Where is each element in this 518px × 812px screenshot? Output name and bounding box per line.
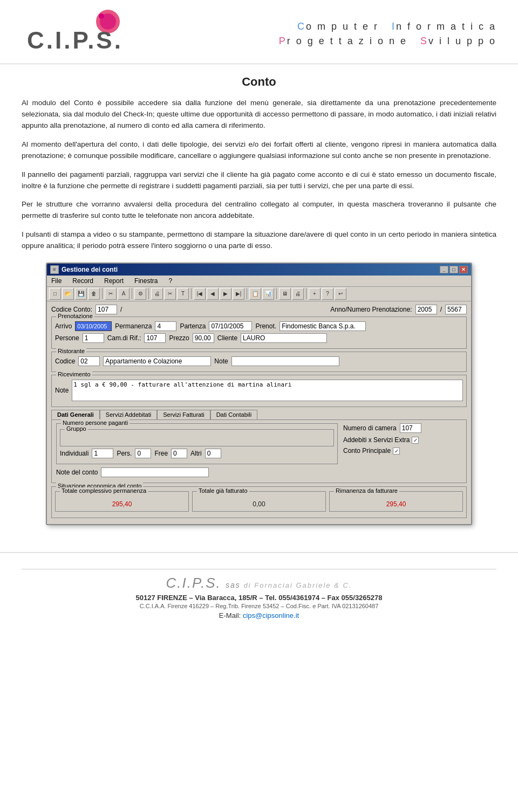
note-conto-row: Note del conto (56, 467, 338, 477)
cliente-input[interactable] (241, 333, 327, 343)
gruppo-title: Gruppo (65, 425, 88, 432)
maximize-button[interactable]: □ (449, 266, 458, 273)
toolbar-add[interactable]: + (309, 288, 321, 300)
paragraph-3: Il pannello dei pagamenti parziali, ragg… (22, 169, 496, 192)
arrivo-label: Arrivo (55, 322, 72, 330)
toolbar-print[interactable]: 🖨 (292, 288, 304, 300)
tab-servizi-addebitati[interactable]: Servizi Addebitati (100, 410, 157, 419)
toolbar-sep-7 (306, 288, 306, 299)
cam-rif-input[interactable] (144, 333, 166, 343)
numero-prenotazione-input[interactable] (445, 305, 467, 314)
totale-fatt-title: Totale già fatturato (197, 487, 249, 494)
ristorante-group: Ristorante Codice Note (51, 352, 467, 372)
ricevimento-row: Note 1 sgl a € 90,00 - fatturare all'att… (55, 380, 463, 401)
altri-input[interactable] (205, 449, 221, 458)
ristorante-codice-input[interactable] (78, 356, 100, 366)
ricevimento-note-textarea[interactable]: 1 sgl a € 90,00 - fatturare all'attenzio… (72, 380, 463, 401)
toolbar-prev[interactable]: ◀ (207, 288, 219, 300)
menu-file[interactable]: File (49, 277, 64, 285)
totale-comp-title: Totale complessivo permanenza (60, 487, 148, 494)
menu-report[interactable]: Report (102, 277, 126, 285)
toolbar-print-prev[interactable]: 🖨 (151, 288, 163, 300)
individuali-label: Individuali (60, 450, 88, 457)
application-window: ≡ Gestione dei conti _ □ ✕ File Record R… (46, 263, 472, 525)
prezzo-input[interactable] (193, 333, 214, 343)
toolbar-sep-6 (276, 288, 277, 299)
toolbar: □ 📂 💾 🗑 ✂ A ⚙ 🖨 ✂ T |◀ ◀ ▶ ▶| 📋 📊 🖥 🖨 (47, 287, 471, 301)
footer-email: E-Mail: cips@cipsonline.it (22, 611, 496, 620)
conto-principale-checkbox[interactable]: ✓ (393, 448, 400, 455)
cam-rif-label: Cam.di Rif.: (107, 334, 141, 342)
permanenza-label: Permanenza (115, 322, 152, 330)
toolbar-text[interactable]: T (177, 288, 189, 300)
totale-comp-value: 295,40 (112, 500, 132, 508)
window-controls[interactable]: _ □ ✕ (440, 266, 468, 273)
numero-persone-group: Numero persone paganti Gruppo Individual… (56, 423, 338, 464)
free-input[interactable] (171, 449, 187, 458)
window-titlebar: ≡ Gestione dei conti _ □ ✕ (47, 264, 471, 276)
menu-finestra[interactable]: Finestra (132, 277, 160, 285)
numero-camera-label: Numero di camera (343, 424, 397, 432)
window-title: Gestione dei conti (62, 266, 118, 273)
pers-input[interactable] (135, 449, 151, 458)
ristorante-row: Codice Note (55, 356, 463, 366)
svg-text:C.I.P.S.: C.I.P.S. (27, 27, 123, 53)
tab-servizi-fatturati[interactable]: Servizi Fatturati (157, 410, 210, 419)
menu-record[interactable]: Record (70, 277, 96, 285)
note-conto-input[interactable] (101, 467, 209, 477)
toolbar-new[interactable]: □ (49, 288, 61, 300)
prenot-input[interactable] (280, 321, 366, 331)
toolbar-screen[interactable]: 🖥 (279, 288, 291, 300)
window-title-left: ≡ Gestione dei conti (50, 265, 118, 274)
rimanenza-value: 295,40 (386, 500, 406, 508)
toolbar-exit[interactable]: ↩ (335, 288, 346, 300)
footer-email-link[interactable]: cips@cipsonline.it (243, 611, 299, 620)
toolbar-settings[interactable]: ⚙ (134, 288, 146, 300)
toolbar-open[interactable]: 📂 (62, 288, 74, 300)
addebiti-checkbox[interactable]: ✓ (412, 437, 419, 444)
individuali-input[interactable] (92, 449, 113, 458)
toolbar-cut2[interactable]: ✂ (164, 288, 176, 300)
pers-label: Pers. (117, 450, 132, 457)
paragraph-4: Per le strutture che vorranno avvalersi … (22, 199, 496, 222)
tab-dati-generali[interactable]: Dati Generali (51, 410, 100, 419)
arrivo-input[interactable] (75, 321, 112, 331)
altri-label: Altri (190, 450, 202, 457)
toolbar-first[interactable]: |◀ (194, 288, 206, 300)
anno-input[interactable] (415, 305, 437, 314)
codice-conto-input[interactable] (96, 305, 117, 314)
paragraph-1: Al modulo del Conto è possibile accedere… (22, 98, 496, 132)
partenza-input[interactable] (209, 321, 252, 331)
addebiti-row: Addebiti x Servizi Extra ✓ (343, 436, 462, 444)
persone-label: Persone (55, 334, 79, 342)
anno-numero-label: Anno/Numero Prenotazione: (330, 306, 412, 313)
toolbar-report2[interactable]: 📊 (262, 288, 274, 300)
minimize-button[interactable]: _ (440, 266, 448, 273)
logo-area: C.I.P.S. (22, 10, 146, 58)
toolbar-help[interactable]: ? (322, 288, 333, 300)
persone-input[interactable] (83, 333, 104, 343)
numero-camera-input[interactable] (400, 423, 421, 433)
permanenza-input[interactable] (155, 321, 176, 331)
cliente-label: Cliente (217, 334, 237, 342)
conto-principale-label: Conto Principale (343, 447, 391, 455)
toolbar-next[interactable]: ▶ (220, 288, 231, 300)
toolbar-font[interactable]: A (118, 288, 130, 300)
menu-help[interactable]: ? (166, 277, 174, 285)
ricevimento-group: Ricevimento Note 1 sgl a € 90,00 - fattu… (51, 375, 467, 407)
partenza-label: Partenza (180, 322, 206, 330)
toolbar-report1[interactable]: 📋 (249, 288, 261, 300)
tab-right-col: Numero di camera Addebiti x Servizi Extr… (343, 423, 462, 479)
tab-dati-contabili[interactable]: Dati Contabili (210, 410, 257, 419)
toolbar-last[interactable]: ▶| (233, 288, 244, 300)
tab-content-dati-generali: Numero persone paganti Gruppo Individual… (51, 419, 467, 483)
toolbar-sep-3 (148, 288, 149, 299)
toolbar-cut[interactable]: ✂ (105, 288, 117, 300)
ristorante-note-input[interactable] (231, 356, 339, 366)
close-button[interactable]: ✕ (459, 266, 468, 273)
toolbar-delete[interactable]: 🗑 (88, 288, 100, 300)
ristorante-desc-input[interactable] (103, 356, 211, 366)
toolbar-save[interactable]: 💾 (75, 288, 87, 300)
footer-company: C.I.P.S. sas di Fornaciai Gabriele & C. (22, 575, 496, 591)
footer-divider (22, 569, 496, 569)
